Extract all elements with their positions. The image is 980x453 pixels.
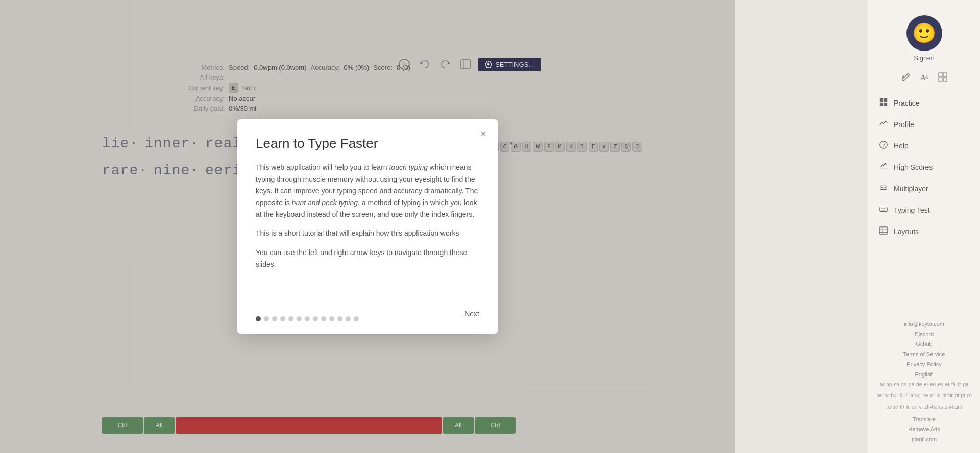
lang-link-pt-pt[interactable]: pt-pt [955,391,965,400]
lang-link-hr[interactable]: hr [884,391,889,400]
sidebar-grid-icon[interactable] [938,72,948,82]
lang-link-th[interactable]: th [900,402,904,412]
lang-link-fa[interactable]: fa [951,380,955,389]
modal-body: This web application will help you to le… [256,162,479,298]
lang-link-pl[interactable]: pl [936,391,940,400]
modal-dots [256,316,359,321]
footer-translate[interactable]: Translate [876,415,972,425]
avatar[interactable]: 🙂 [906,15,942,51]
avatar-container: 🙂 Sign-in [906,15,942,62]
svg-text:A: A [902,74,905,79]
signin-label[interactable]: Sign-in [914,54,934,62]
lang-link-it[interactable]: it [904,391,907,400]
multiplayer-icon [878,183,889,194]
footer-discord[interactable]: Discord [876,330,972,340]
practice-icon [878,97,889,109]
svg-rect-24 [880,186,887,189]
footer-terms[interactable]: Terms of Service [876,349,972,360]
sidebar-edit-icon[interactable]: A A [901,72,911,82]
lang-link-pt-br[interactable]: pt-br [942,391,953,400]
lang-link-ko[interactable]: ko [915,391,921,400]
svg-rect-13 [939,73,942,77]
svg-point-26 [884,187,886,189]
pagination-dot-5[interactable] [297,316,302,321]
footer-github[interactable]: Github [876,339,972,349]
pagination-dot-10[interactable] [337,316,342,321]
pagination-dot-1[interactable] [264,316,269,321]
learn-to-type-modal: × Learn to Type Faster This web applicat… [237,119,498,334]
sidebar-item-help[interactable]: ?Help [868,135,980,157]
pagination-dot-3[interactable] [280,316,285,321]
lang-link-zh-hans[interactable]: zh-hans [925,402,943,412]
modal-title: Learn to Type Faster [256,136,479,152]
footer-language[interactable]: English [876,370,972,380]
lang-link-ar[interactable]: ar [879,380,884,389]
pagination-dot-2[interactable] [272,316,277,321]
lang-link-es[interactable]: es [938,380,943,389]
footer-email[interactable]: info@keybr.com [876,319,972,330]
footer-remove-ads[interactable]: Remove Ads [876,424,972,435]
modal-close-button[interactable]: × [476,127,491,141]
sidebar-item-multiplayer[interactable]: Multiplayer [868,178,980,199]
help-icon: ? [878,140,889,152]
lang-link-he[interactable]: he [876,391,882,400]
lang-link-bg[interactable]: bg [886,380,892,389]
lang-link-id[interactable]: id [898,391,902,400]
profile-icon [878,119,889,130]
pagination-dot-8[interactable] [321,316,326,321]
pagination-dot-12[interactable] [354,316,359,321]
lang-link-de[interactable]: de [916,380,922,389]
nav-items: PracticeProfile?HelpHigh ScoresMultiplay… [868,92,980,242]
lang-link-cs[interactable]: cs [901,380,906,389]
lang-link-hu[interactable]: hu [891,391,896,400]
svg-text:?: ? [883,142,885,148]
lang-link-ro[interactable]: ro [967,391,972,400]
lang-link-zh-hant[interactable]: zh-hant [945,402,962,412]
lang-link-tr[interactable]: tr [906,402,910,412]
lang-link-fr[interactable]: fr [958,380,961,389]
svg-rect-15 [939,78,942,81]
svg-rect-17 [880,98,883,102]
svg-rect-27 [880,207,887,212]
sidebar-item-profile[interactable]: Profile [868,114,980,135]
lang-link-sv[interactable]: sv [893,402,898,412]
pagination-dot-6[interactable] [305,316,310,321]
footer-privacy[interactable]: Privacy Policy [876,360,972,370]
lang-link-ga[interactable]: ga [963,380,969,389]
sidebar-item-high-scores[interactable]: High Scores [868,157,980,178]
modal-paragraph-2: This is a short tutorial that will expla… [256,228,479,239]
pagination-dot-7[interactable] [313,316,318,321]
lang-link-ni[interactable]: ni [930,391,935,400]
svg-rect-30 [880,227,887,234]
lang-link-et[interactable]: et [945,380,949,389]
lang-link-da[interactable]: da [909,380,914,389]
sidebar-item-typing-test[interactable]: Typing Test [868,199,980,221]
footer-brand[interactable]: pianii.com [876,435,972,445]
lang-link-eo[interactable]: eo [930,380,936,389]
sidebar-item-label-typing-test: Typing Test [894,206,930,214]
next-button[interactable]: Next [464,310,479,318]
lang-link-vi[interactable]: vi [919,402,922,412]
pagination-dot-4[interactable] [288,316,293,321]
sidebar-text-icon[interactable]: A A [919,72,929,82]
typing-test-icon [878,205,889,216]
pagination-dot-9[interactable] [329,316,334,321]
sidebar-item-label-high-scores: High Scores [894,163,933,171]
pagination-dot-11[interactable] [346,316,351,321]
sidebar: 🙂 Sign-in A A A A [868,0,980,453]
lang-link-uk[interactable]: uk [912,402,917,412]
sidebar-item-layouts[interactable]: Layouts [868,221,980,242]
sidebar-item-practice[interactable]: Practice [868,92,980,114]
pagination-dot-0[interactable] [256,316,261,321]
svg-rect-18 [884,98,887,102]
lang-link-ne[interactable]: ne [923,391,928,400]
svg-text:A: A [925,74,929,80]
lang-link-el[interactable]: el [924,380,928,389]
svg-point-25 [881,187,883,189]
lang-link-ja[interactable]: ja [909,391,913,400]
modal-paragraph-1: This web application will help you to le… [256,162,479,220]
svg-rect-20 [884,103,887,106]
sidebar-item-label-multiplayer: Multiplayer [894,185,928,193]
lang-link-ru[interactable]: ru [886,402,891,412]
lang-link-ca[interactable]: ca [894,380,899,389]
